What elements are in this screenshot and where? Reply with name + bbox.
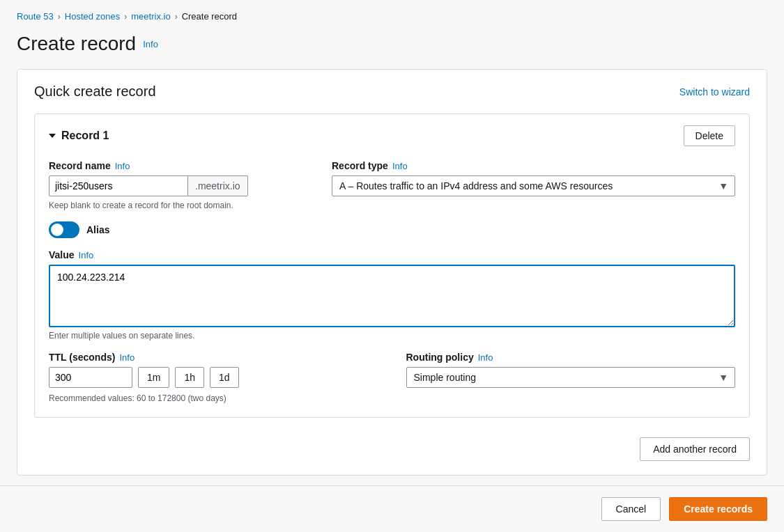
bottom-actions: Cancel Create records [0,485,784,532]
cancel-button[interactable]: Cancel [601,497,661,521]
ttl-input[interactable] [49,367,132,388]
record-section: Record 1 Delete Record name Info .meetri… [34,114,750,418]
record-name-info-link[interactable]: Info [115,161,130,171]
breadcrumb-domain[interactable]: meetrix.io [131,11,170,22]
breadcrumb: Route 53 › Hosted zones › meetrix.io › C… [17,11,767,22]
alias-label: Alias [86,224,109,235]
record-name-label-row: Record name Info [49,160,318,171]
record-name-input-row: .meetrix.io [49,175,318,196]
record-type-label-row: Record type Info [332,160,735,171]
record-fields-row: Record name Info .meetrix.io Keep blank … [49,160,735,210]
record-name-hint: Keep blank to create a record for the ro… [49,201,318,210]
chevron-down-icon [49,134,56,138]
alias-row: Alias [49,221,735,238]
ttl-input-group: 1m 1h 1d [49,367,378,388]
ttl-1h-button[interactable]: 1h [175,367,204,388]
page-title-row: Create record Info [17,33,767,55]
domain-suffix: .meetrix.io [188,175,248,196]
delete-record-button[interactable]: Delete [684,125,735,146]
record-type-label: Record type [332,160,388,171]
routing-policy-section: Routing policy Info Simple routing Weigh… [406,352,736,388]
breadcrumb-sep-2: › [124,12,127,22]
quick-create-header: Quick create record Switch to wizard [34,84,750,100]
page-info-link[interactable]: Info [143,39,158,49]
breadcrumb-route53[interactable]: Route 53 [17,11,54,22]
ttl-label-row: TTL (seconds) Info [49,352,378,363]
routing-policy-info-link[interactable]: Info [478,352,493,363]
value-label: Value [49,249,75,260]
breadcrumb-sep-1: › [58,12,61,22]
value-info-link[interactable]: Info [79,250,94,260]
record-type-select-wrapper: A – Routes traffic to an IPv4 address an… [332,175,735,196]
add-another-record-button[interactable]: Add another record [640,437,750,461]
breadcrumb-sep-3: › [175,12,178,22]
record-name-input[interactable] [49,175,188,196]
record-title-text: Record 1 [61,130,109,142]
value-textarea[interactable]: 100.24.223.214 [49,265,735,327]
add-record-row: Add another record [34,429,750,461]
record-type-info-link[interactable]: Info [392,161,408,171]
switch-to-wizard-link[interactable]: Switch to wizard [679,86,750,97]
alias-toggle-track [49,221,79,238]
ttl-section: TTL (seconds) Info 1m 1h 1d Recommended … [49,352,378,403]
ttl-hint: Recommended values: 60 to 172800 (two da… [49,393,226,403]
record-type-select[interactable]: A – Routes traffic to an IPv4 address an… [332,175,735,196]
create-records-button[interactable]: Create records [669,497,767,521]
ttl-info-link[interactable]: Info [119,352,134,363]
page-title: Create record [17,33,136,55]
ttl-1m-button[interactable]: 1m [138,367,169,388]
ttl-label: TTL (seconds) [49,352,115,363]
record-type-group: Record type Info A – Routes traffic to a… [332,160,735,196]
alias-toggle-thumb [51,224,63,236]
record-section-title: Record 1 [49,130,109,142]
routing-policy-select-wrapper: Simple routing Weighted Latency Failover… [406,367,736,388]
routing-policy-select[interactable]: Simple routing Weighted Latency Failover… [406,367,736,388]
value-label-row: Value Info [49,249,735,260]
ttl-1d-button[interactable]: 1d [210,367,239,388]
routing-policy-label: Routing policy [406,352,474,363]
alias-toggle[interactable] [49,221,79,238]
main-card: Quick create record Switch to wizard Rec… [17,69,767,476]
record-name-group: Record name Info .meetrix.io Keep blank … [49,160,318,210]
quick-create-title: Quick create record [34,84,156,100]
breadcrumb-hosted-zones[interactable]: Hosted zones [65,11,121,22]
value-hint: Enter multiple values on separate lines. [49,331,194,341]
record-section-header: Record 1 Delete [49,125,735,146]
ttl-routing-row: TTL (seconds) Info 1m 1h 1d Recommended … [49,352,735,403]
routing-policy-label-row: Routing policy Info [406,352,736,363]
value-section: Value Info 100.24.223.214 Enter multiple… [49,249,735,341]
breadcrumb-current: Create record [182,11,237,22]
record-name-label: Record name [49,160,111,171]
